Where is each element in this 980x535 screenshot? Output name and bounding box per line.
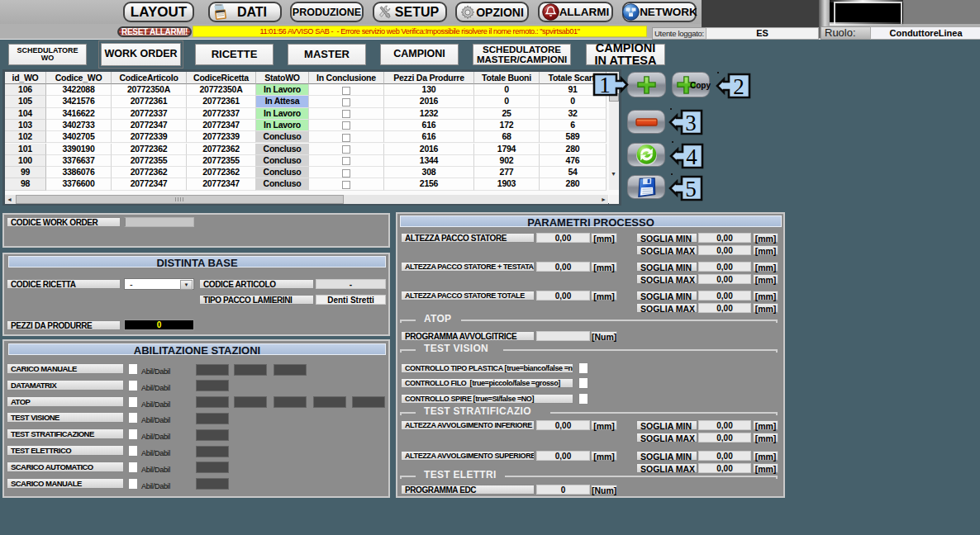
- svg-text:2: 2: [733, 74, 745, 99]
- svg-text:4: 4: [686, 144, 697, 169]
- svg-text:5: 5: [685, 177, 697, 201]
- svg-text:1: 1: [599, 73, 611, 97]
- svg-text:3: 3: [685, 111, 697, 135]
